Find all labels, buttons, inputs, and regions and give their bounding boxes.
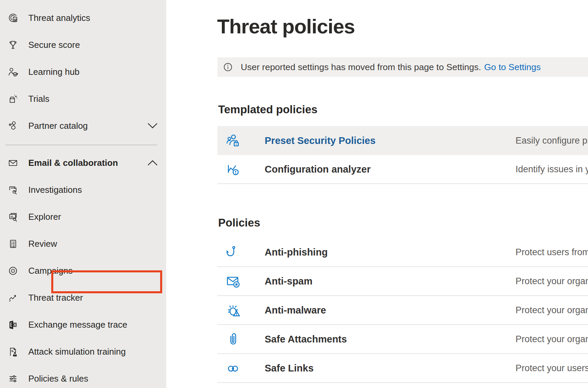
sidebar-item-trials[interactable]: Trials — [0, 91, 166, 106]
sidebar-item-investigations[interactable]: Investigations — [0, 182, 166, 197]
threat-tracker-chart-icon — [7, 292, 19, 304]
sidebar-item-label: Email & collaboration — [28, 158, 118, 168]
sidebar-item-policies-rules[interactable]: Policies & rules — [0, 371, 166, 386]
row-safe-attachments[interactable]: Safe Attachments Protect your organiz — [217, 325, 588, 354]
explorer-icon — [7, 211, 19, 223]
campaigns-target-icon — [7, 265, 19, 277]
paperclip-icon — [225, 331, 241, 347]
chevron-up-icon[interactable] — [147, 159, 158, 166]
preset-security-policies-link[interactable]: Preset Security Policies — [265, 135, 376, 146]
exchange-logo-icon — [7, 319, 19, 331]
row-description: Protect your organiz — [516, 334, 588, 345]
investigations-icon — [7, 184, 19, 196]
preset-security-policies-icon — [225, 133, 241, 148]
review-list-icon — [7, 238, 19, 250]
sidebar-item-exchange-message-trace[interactable]: Exchange message trace — [0, 317, 166, 332]
row-description: Easily configure prot — [516, 136, 588, 146]
safe-links-chain-icon — [225, 360, 241, 376]
info-banner: User reported settings has moved from th… — [217, 57, 588, 77]
row-anti-phishing[interactable]: Anti-phishing Protect users from p — [217, 238, 588, 267]
sidebar-item-campaigns[interactable]: Campaigns — [0, 263, 166, 278]
sidebar-item-label: Attack simulation training — [28, 347, 126, 357]
row-configuration-analyzer[interactable]: Configuration analyzer Identify issues i… — [217, 155, 588, 184]
sidebar-item-threat-tracker[interactable]: Threat tracker — [0, 290, 166, 305]
row-label: Configuration analyzer — [265, 164, 371, 175]
row-description: Protect your organiz — [516, 305, 588, 316]
sidebar-item-label: Campaigns — [28, 266, 73, 276]
sidebar-item-label: Review — [28, 239, 57, 249]
trophy-icon — [7, 39, 19, 51]
sidebar-item-review[interactable]: Review — [0, 236, 166, 251]
threat-analytics-icon — [7, 12, 19, 24]
row-label: Safe Links — [265, 363, 314, 374]
row-label: Anti-spam — [265, 276, 313, 287]
sidebar-item-email-collaboration[interactable]: Email & collaboration — [0, 155, 166, 170]
learning-hub-icon — [7, 66, 19, 78]
sidebar-item-label: Trials — [28, 94, 50, 104]
configuration-analyzer-icon — [225, 161, 241, 177]
sidebar-item-explorer[interactable]: Explorer — [0, 209, 166, 224]
row-anti-spam[interactable]: Anti-spam Protect your organiz — [217, 267, 588, 296]
row-anti-malware[interactable]: Anti-malware Protect your organiz — [217, 296, 588, 325]
sidebar-item-label: Learning hub — [28, 67, 80, 77]
policies-heading: Policies — [218, 216, 260, 229]
row-safe-links[interactable]: Safe Links Protect your users fr — [217, 354, 588, 383]
banner-message: User reported settings has moved from th… — [241, 62, 481, 72]
trials-gift-icon — [7, 93, 19, 105]
sidebar-item-learning-hub[interactable]: Learning hub — [0, 64, 166, 79]
anti-phishing-hook-icon — [225, 244, 241, 260]
sidebar-item-label: Policies & rules — [28, 374, 88, 384]
sidebar-item-partner-catalog[interactable]: Partner catalog — [0, 118, 166, 133]
chevron-down-icon[interactable] — [147, 122, 158, 129]
templated-policies-heading: Templated policies — [218, 103, 318, 116]
row-preset-security-policies[interactable]: Preset Security Policies Easily configur… — [217, 126, 588, 155]
row-description: Protect users from p — [516, 247, 588, 258]
row-label: Anti-phishing — [265, 247, 328, 258]
row-label: Safe Attachments — [265, 334, 347, 345]
sidebar-item-label: Exchange message trace — [28, 320, 127, 330]
go-to-settings-link[interactable]: Go to Settings — [484, 62, 541, 72]
sidebar-nav: Threat analytics Secure score Learning h… — [0, 0, 166, 388]
row-description: Protect your users fr — [516, 363, 588, 374]
sidebar-item-label: Threat analytics — [28, 13, 90, 23]
row-description: Identify issues in you — [516, 164, 588, 175]
sidebar-item-label: Investigations — [28, 185, 82, 195]
sidebar-divider — [5, 145, 157, 145]
sidebar-item-label: Secure score — [28, 40, 80, 50]
row-description: Protect your organiz — [516, 276, 588, 287]
main-content: Threat policies User reported settings h… — [166, 0, 588, 388]
row-label: Anti-malware — [265, 305, 326, 316]
anti-spam-envelope-icon — [225, 273, 241, 289]
sidebar-item-label: Explorer — [28, 212, 61, 222]
sidebar-item-secure-score[interactable]: Secure score — [0, 37, 166, 52]
sliders-icon — [7, 372, 19, 385]
sidebar-item-attack-simulation-training[interactable]: Attack simulation training — [0, 344, 166, 359]
sidebar-item-label: Partner catalog — [28, 121, 88, 131]
partner-catalog-icon — [7, 120, 19, 132]
attack-simulation-icon — [7, 346, 19, 358]
sidebar-item-label: Threat tracker — [28, 293, 83, 303]
page-title: Threat policies — [217, 15, 355, 38]
sidebar-item-threat-analytics[interactable]: Threat analytics — [0, 10, 166, 25]
info-icon — [223, 62, 233, 72]
email-icon — [7, 157, 19, 169]
anti-malware-bug-icon — [225, 302, 241, 318]
